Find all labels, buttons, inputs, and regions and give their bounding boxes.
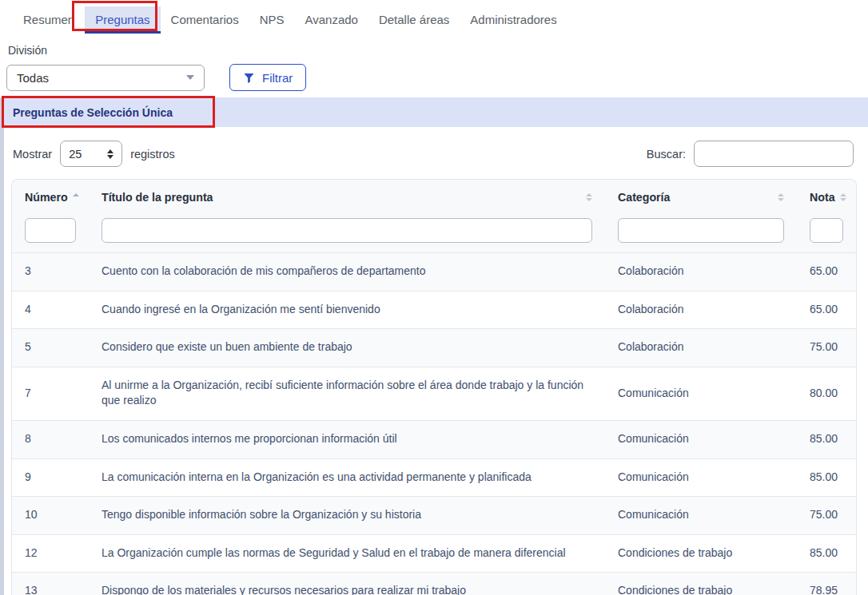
filter-area: División Todas Filtrar — [0, 34, 868, 91]
cell-titulo: La comunicación interna en la Organizaci… — [89, 458, 605, 497]
filter-funnel-icon — [243, 72, 255, 84]
cell-titulo: Dispongo de los materiales y recursos ne… — [89, 573, 605, 595]
page-size-select[interactable]: 25 — [60, 141, 122, 167]
cell-numero: 8 — [12, 420, 89, 458]
table-header-row: NúmeroTítulo de la preguntaCategoríaNota — [12, 180, 856, 215]
tab-preguntas[interactable]: Preguntas — [85, 6, 160, 34]
column-header-numero[interactable]: Número — [12, 180, 89, 215]
cell-categoria: Colaboración — [605, 291, 797, 329]
cell-numero: 10 — [12, 497, 89, 535]
cell-titulo: Cuento con la colaboración de mis compañ… — [89, 253, 605, 292]
filter-input-titulo[interactable] — [102, 218, 592, 243]
questions-panel: Preguntas de Selección Única Mostrar 25 … — [0, 97, 868, 595]
cell-nota: 75.00 — [797, 497, 856, 535]
column-header-titulo[interactable]: Título de la pregunta — [89, 180, 605, 215]
cell-categoria: Comunicación — [605, 497, 797, 535]
filter-button[interactable]: Filtrar — [229, 64, 306, 91]
sort-arrows-icon — [586, 193, 592, 201]
table-row: 13Dispongo de los materiales y recursos … — [12, 573, 856, 595]
column-label: Nota — [810, 191, 835, 204]
section-header: Preguntas de Selección Única — [4, 97, 868, 127]
cell-nota: 85.00 — [797, 534, 856, 573]
division-label: División — [8, 44, 868, 57]
cell-nota: 80.00 — [797, 367, 856, 420]
page-size-value: 25 — [69, 148, 82, 161]
table-row: 8Los comunicados internos me proporciona… — [12, 420, 856, 458]
cell-categoria: Comunicación — [605, 458, 797, 497]
sort-arrows-icon — [840, 193, 846, 201]
column-label: Categoría — [618, 191, 670, 204]
division-select-value: Todas — [17, 71, 49, 85]
column-header-nota[interactable]: Nota — [797, 180, 856, 215]
tab-comentarios[interactable]: Comentarios — [161, 6, 249, 34]
tab-nps[interactable]: NPS — [249, 6, 295, 34]
cell-numero: 3 — [12, 253, 89, 292]
cell-categoria: Colaboración — [605, 329, 797, 367]
table-row: 3Cuento con la colaboración de mis compa… — [12, 253, 856, 292]
up-down-stepper-icon — [107, 149, 113, 159]
cell-titulo: La Organización cumple las normas de Seg… — [89, 534, 605, 573]
division-select[interactable]: Todas — [6, 65, 205, 91]
table-row: 5Considero que existe un buen ambiente d… — [12, 329, 856, 367]
tab-bar: ResumenPreguntasComentariosNPSAvanzadoDe… — [0, 0, 868, 34]
questions-table: NúmeroTítulo de la preguntaCategoríaNota… — [12, 180, 856, 595]
table-row: 4Cuando ingresé en la Organización me se… — [12, 291, 856, 329]
table-row: 10Tengo disponible información sobre la … — [12, 497, 856, 535]
questions-table-wrap: NúmeroTítulo de la preguntaCategoríaNota… — [11, 179, 857, 595]
tab-resumen[interactable]: Resumen — [13, 6, 85, 34]
cell-numero: 9 — [12, 458, 89, 497]
cell-titulo: Al unirme a la Organización, recibí sufi… — [89, 367, 605, 420]
records-label: registros — [130, 148, 175, 161]
column-header-categoria[interactable]: Categoría — [605, 180, 797, 215]
tab-avanzado[interactable]: Avanzado — [294, 6, 368, 34]
cell-nota: 65.00 — [797, 253, 856, 292]
cell-numero: 12 — [12, 534, 89, 573]
filter-input-nota[interactable] — [810, 218, 843, 243]
cell-numero: 5 — [12, 329, 89, 367]
cell-numero: 7 — [12, 367, 89, 420]
cell-titulo: Tengo disponible información sobre la Or… — [89, 497, 605, 535]
tab-administradores[interactable]: Administradores — [460, 6, 567, 34]
search-label: Buscar: — [647, 148, 686, 161]
cell-nota: 75.00 — [797, 329, 856, 367]
section-title: Preguntas de Selección Única — [13, 106, 173, 119]
cell-titulo: Los comunicados internos me proporcionan… — [89, 420, 605, 458]
chevron-down-icon — [186, 75, 194, 80]
cell-nota: 85.00 — [797, 420, 856, 458]
table-row: 9La comunicación interna en la Organizac… — [12, 458, 856, 497]
cell-nota: 85.00 — [797, 458, 856, 497]
cell-numero: 13 — [12, 573, 89, 595]
cell-numero: 4 — [12, 291, 89, 329]
filter-input-categoria[interactable] — [618, 218, 784, 243]
tab-detalle-areas[interactable]: Detalle áreas — [368, 6, 460, 34]
cell-categoria: Condiciones de trabajo — [605, 573, 797, 595]
sort-arrows-icon — [73, 193, 79, 201]
table-controls: Mostrar 25 registros Buscar: — [13, 141, 854, 167]
column-filter-row — [12, 215, 856, 253]
cell-categoria: Comunicación — [605, 420, 797, 458]
column-label: Número — [25, 191, 68, 204]
cell-titulo: Cuando ingresé en la Organización me sen… — [89, 291, 605, 329]
filter-input-numero[interactable] — [25, 218, 76, 243]
search-input[interactable] — [694, 141, 854, 167]
table-row: 7Al unirme a la Organización, recibí suf… — [12, 367, 856, 420]
show-label: Mostrar — [13, 148, 52, 161]
cell-nota: 78.95 — [797, 573, 856, 595]
cell-categoria: Colaboración — [605, 253, 797, 292]
cell-categoria: Comunicación — [605, 367, 797, 420]
cell-categoria: Condiciones de trabajo — [605, 534, 797, 573]
cell-titulo: Considero que existe un buen ambiente de… — [89, 329, 605, 367]
column-label: Título de la pregunta — [102, 191, 213, 204]
filter-button-label: Filtrar — [262, 71, 293, 85]
cell-nota: 65.00 — [797, 291, 856, 329]
table-row: 12La Organización cumple las normas de S… — [12, 534, 856, 573]
sort-arrows-icon — [778, 193, 784, 201]
